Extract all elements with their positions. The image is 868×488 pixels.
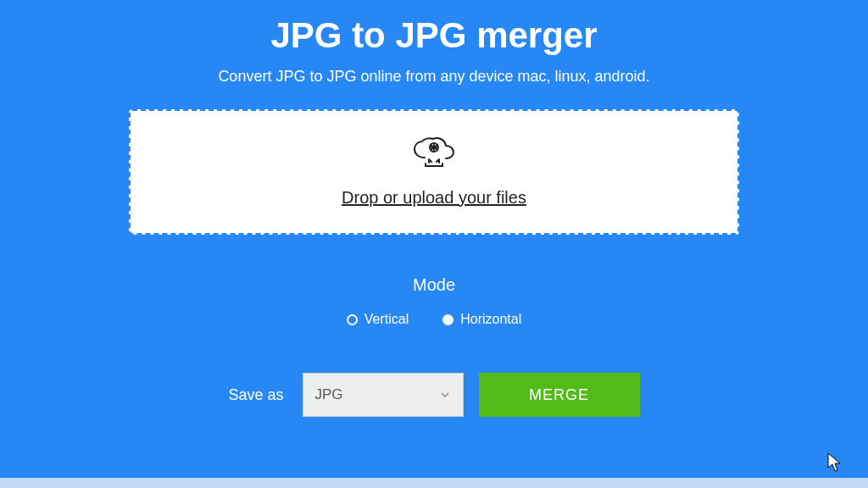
radio-unchecked-icon bbox=[347, 314, 358, 325]
footer-bar bbox=[0, 478, 868, 488]
mode-horizontal-radio[interactable]: Horizontal bbox=[442, 312, 521, 327]
page-title: JPG to JPG merger bbox=[270, 15, 597, 56]
page-subtitle: Convert JPG to JPG online from any devic… bbox=[218, 68, 649, 86]
file-dropzone[interactable]: Drop or upload your files bbox=[129, 109, 739, 235]
mode-horizontal-label: Horizontal bbox=[460, 312, 521, 327]
mode-heading: Mode bbox=[413, 275, 455, 295]
saveas-select[interactable]: JPG bbox=[303, 373, 464, 417]
main-container: JPG to JPG merger Convert JPG to JPG onl… bbox=[0, 0, 868, 488]
mode-vertical-label: Vertical bbox=[364, 312, 409, 327]
cloud-upload-icon bbox=[410, 137, 458, 175]
saveas-label: Save as bbox=[228, 386, 283, 404]
chevron-down-icon bbox=[439, 392, 451, 397]
mode-vertical-radio[interactable]: Vertical bbox=[347, 312, 409, 327]
merge-button-label: MERGE bbox=[529, 386, 589, 404]
action-row: Save as JPG MERGE bbox=[228, 373, 639, 417]
merge-button[interactable]: MERGE bbox=[479, 373, 640, 417]
radio-checked-icon bbox=[442, 314, 453, 325]
mode-options: Vertical Horizontal bbox=[347, 312, 522, 327]
saveas-value: JPG bbox=[315, 386, 343, 403]
dropzone-label: Drop or upload your files bbox=[342, 188, 526, 208]
